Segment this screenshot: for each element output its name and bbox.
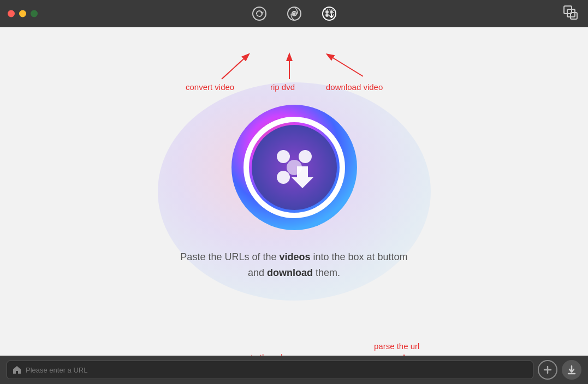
svg-line-15	[328, 55, 363, 76]
convert-video-tab[interactable]	[251, 5, 268, 22]
svg-line-11	[222, 55, 248, 79]
svg-point-24	[277, 150, 290, 163]
svg-text:convert video: convert video	[186, 82, 234, 92]
desc-line2: and download them.	[248, 267, 340, 278]
plus-icon	[543, 365, 553, 375]
media-queue-icon[interactable]	[562, 4, 579, 23]
svg-point-3	[293, 13, 295, 15]
desc-bold-download: download	[267, 267, 313, 278]
svg-point-5	[326, 11, 328, 13]
titlebar	[0, 0, 588, 27]
svg-point-25	[299, 150, 312, 163]
svg-point-26	[277, 171, 290, 184]
window-controls	[8, 10, 38, 17]
minimize-button[interactable]	[19, 10, 26, 17]
description-text: Paste the URLs of the videos into the bo…	[180, 249, 407, 281]
parse-url-button[interactable]	[538, 360, 557, 380]
maximize-button[interactable]	[31, 10, 38, 17]
bottom-bar	[0, 356, 588, 384]
desc-bold-videos: videos	[279, 251, 310, 262]
titlebar-icons	[251, 5, 338, 22]
svg-text:download video: download video	[326, 82, 383, 92]
svg-point-0	[253, 7, 266, 20]
svg-text:parse the url: parse the url	[374, 341, 419, 351]
rip-dvd-tab[interactable]	[286, 5, 303, 22]
svg-point-6	[330, 11, 332, 13]
url-input-wrapper[interactable]	[7, 361, 533, 379]
main-content: convert video rip dvd download video pas…	[0, 27, 588, 356]
svg-point-4	[323, 7, 336, 20]
svg-text:rip dvd: rip dvd	[270, 82, 295, 92]
desc-line1: Paste the URLs of the videos into the bo…	[180, 251, 407, 262]
home-icon	[13, 365, 21, 374]
download-icon	[567, 365, 577, 375]
svg-point-7	[326, 14, 328, 16]
url-input[interactable]	[26, 366, 527, 374]
app-logo	[229, 102, 360, 233]
download-video-tab[interactable]	[320, 5, 338, 22]
download-button[interactable]	[562, 360, 581, 380]
close-button[interactable]	[8, 10, 15, 17]
